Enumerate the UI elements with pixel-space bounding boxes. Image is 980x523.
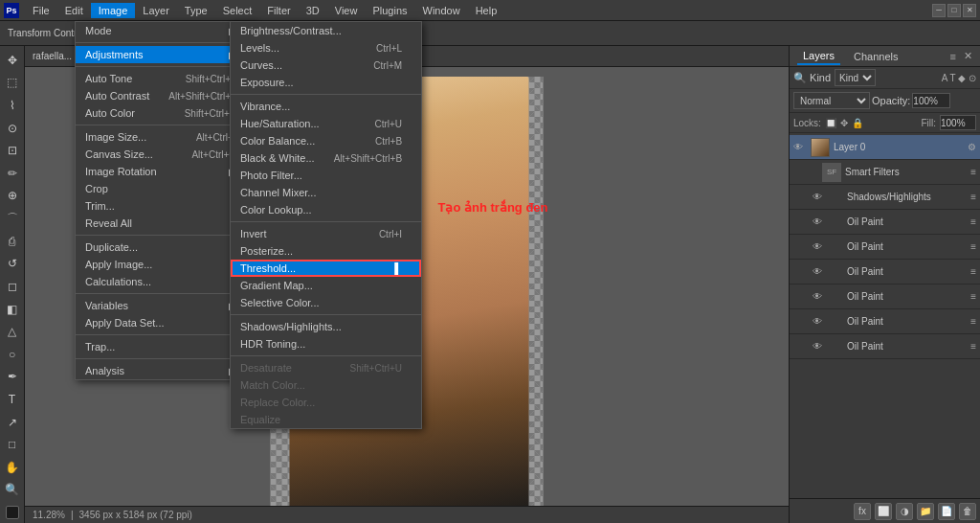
move-tool[interactable]: ✥ bbox=[2, 50, 23, 71]
filter-options[interactable]: ≡ bbox=[970, 291, 976, 302]
layer-visibility-icon[interactable]: 👁 bbox=[813, 241, 826, 252]
menu-item-adjustments[interactable]: Adjustments ▶ bbox=[76, 46, 256, 63]
adjustment-layer-button[interactable]: ◑ bbox=[896, 503, 913, 520]
layer-item[interactable]: 👁 Oil Paint ≡ bbox=[790, 260, 980, 284]
path-selection-tool[interactable]: ↗ bbox=[2, 412, 23, 433]
tab-channels[interactable]: Channels bbox=[848, 49, 903, 64]
menu-item-mode[interactable]: Mode ▶ bbox=[76, 22, 256, 39]
menu-3d[interactable]: 3D bbox=[299, 3, 327, 18]
lock-all-icon[interactable]: 🔒 bbox=[852, 118, 863, 128]
menu-item-threshold[interactable]: Threshold... ▌ bbox=[231, 260, 421, 277]
quick-selection-tool[interactable]: ⊙ bbox=[2, 118, 23, 139]
layer-effects-button[interactable]: fx bbox=[854, 503, 871, 520]
menu-item-auto-tone[interactable]: Auto Tone Shift+Ctrl+L bbox=[76, 70, 256, 87]
delete-layer-button[interactable]: 🗑 bbox=[959, 503, 976, 520]
menu-item-vibrance[interactable]: Vibrance... bbox=[231, 98, 421, 115]
opacity-input[interactable] bbox=[912, 93, 950, 108]
text-tool[interactable]: T bbox=[2, 389, 23, 410]
menu-item-trim[interactable]: Trim... bbox=[76, 197, 256, 215]
close-button[interactable]: ✕ bbox=[963, 4, 976, 17]
dodge-tool[interactable]: ○ bbox=[2, 344, 23, 365]
healing-brush-tool[interactable]: ⊕ bbox=[2, 186, 23, 207]
menu-item-invert[interactable]: Invert Ctrl+I bbox=[231, 225, 421, 242]
layer-item[interactable]: 👁 Oil Paint ≡ bbox=[790, 284, 980, 309]
kind-select[interactable]: Kind bbox=[835, 69, 876, 86]
panel-options[interactable]: ≡ bbox=[950, 51, 956, 62]
menu-view[interactable]: View bbox=[327, 3, 366, 18]
layer-visibility-icon[interactable]: 👁 bbox=[813, 192, 826, 202]
tab-layers[interactable]: Layers bbox=[797, 48, 840, 65]
layer-visibility-icon[interactable]: 👁 bbox=[813, 341, 826, 352]
menu-item-auto-color[interactable]: Auto Color Shift+Ctrl+B bbox=[76, 104, 256, 122]
lasso-tool[interactable]: ⌇ bbox=[2, 95, 23, 116]
menu-item-crop[interactable]: Crop bbox=[76, 180, 256, 197]
layer-mask-button[interactable]: ⬜ bbox=[875, 503, 892, 520]
menu-item-apply-image[interactable]: Apply Image... bbox=[76, 256, 256, 273]
blend-mode-select[interactable]: Normal bbox=[793, 92, 870, 109]
fill-input[interactable] bbox=[940, 115, 976, 130]
menu-item-image-rotation[interactable]: Image Rotation ▶ bbox=[76, 163, 256, 180]
menu-edit[interactable]: Edit bbox=[57, 3, 91, 18]
layer-item[interactable]: 👁 Oil Paint ≡ bbox=[790, 309, 980, 334]
menu-item-curves[interactable]: Curves... Ctrl+M bbox=[231, 57, 421, 74]
menu-item-selective-color[interactable]: Selective Color... bbox=[231, 294, 421, 311]
filter-options[interactable]: ≡ bbox=[970, 216, 976, 227]
pen-tool[interactable]: ✒ bbox=[2, 367, 23, 388]
menu-item-color-lookup[interactable]: Color Lookup... bbox=[231, 201, 421, 218]
layer-visibility-icon[interactable]: 👁 bbox=[813, 266, 826, 277]
crop-tool[interactable]: ⊡ bbox=[2, 140, 23, 161]
layer-item[interactable]: 👁 Oil Paint ≡ bbox=[790, 235, 980, 260]
menu-item-image-size[interactable]: Image Size... Alt+Ctrl+I bbox=[76, 128, 256, 146]
menu-file[interactable]: File bbox=[25, 3, 57, 18]
menu-select[interactable]: Select bbox=[215, 3, 260, 18]
eyedropper-tool[interactable]: ✏ bbox=[2, 163, 23, 184]
filter-options[interactable]: ≡ bbox=[970, 167, 976, 177]
menu-item-channel-mixer[interactable]: Channel Mixer... bbox=[231, 184, 421, 201]
layer-item[interactable]: 👁 Shadows/Highlights ≡ bbox=[790, 185, 980, 210]
filter-options[interactable]: ≡ bbox=[970, 192, 976, 202]
layer-visibility-icon[interactable]: 👁 bbox=[813, 316, 826, 327]
minimize-button[interactable]: ─ bbox=[932, 4, 946, 17]
layer-item[interactable]: 👁 Layer 0 ⚙ bbox=[790, 135, 980, 160]
menu-item-reveal-all[interactable]: Reveal All bbox=[76, 215, 256, 232]
menu-item-color-balance[interactable]: Color Balance... Ctrl+B bbox=[231, 132, 421, 149]
filter-options[interactable]: ≡ bbox=[970, 266, 976, 277]
menu-item-hdr-toning[interactable]: HDR Toning... bbox=[231, 335, 421, 352]
hand-tool[interactable]: ✋ bbox=[2, 457, 23, 478]
layer-visibility-icon[interactable]: 👁 bbox=[793, 142, 807, 152]
zoom-tool[interactable]: 🔍 bbox=[2, 480, 23, 501]
menu-layer[interactable]: Layer bbox=[135, 3, 177, 18]
gradient-tool[interactable]: ◧ bbox=[2, 299, 23, 320]
selection-tool[interactable]: ⬚ bbox=[2, 73, 23, 94]
filter-options[interactable]: ≡ bbox=[970, 341, 976, 352]
menu-window[interactable]: Window bbox=[415, 3, 468, 18]
eraser-tool[interactable]: ◻ bbox=[2, 276, 23, 297]
layer-item[interactable]: SF Smart Filters ≡ bbox=[790, 160, 980, 185]
layer-options-icon[interactable]: ⚙ bbox=[968, 142, 976, 152]
menu-item-photo-filter[interactable]: Photo Filter... bbox=[231, 167, 421, 184]
menu-plugins[interactable]: Plugins bbox=[365, 3, 414, 18]
maximize-button[interactable]: □ bbox=[947, 4, 961, 17]
layer-item[interactable]: 👁 Oil Paint ≡ bbox=[790, 210, 980, 235]
menu-item-calculations[interactable]: Calculations... bbox=[76, 273, 256, 290]
menu-item-duplicate[interactable]: Duplicate... bbox=[76, 239, 256, 256]
lock-position-icon[interactable]: ✥ bbox=[840, 118, 848, 128]
filter-options[interactable]: ≡ bbox=[970, 241, 976, 252]
menu-filter[interactable]: Filter bbox=[259, 3, 298, 18]
menu-item-exposure[interactable]: Exposure... bbox=[231, 74, 421, 91]
menu-item-variables[interactable]: Variables ▶ bbox=[76, 297, 256, 314]
menu-item-canvas-size[interactable]: Canvas Size... Alt+Ctrl+C bbox=[76, 146, 256, 163]
layer-item[interactable]: 👁 Oil Paint ≡ bbox=[790, 334, 980, 359]
shape-tool[interactable]: □ bbox=[2, 434, 23, 455]
menu-item-shadows-highlights[interactable]: Shadows/Highlights... bbox=[231, 318, 421, 335]
layer-visibility-icon[interactable]: 👁 bbox=[813, 216, 826, 227]
history-brush-tool[interactable]: ↺ bbox=[2, 253, 23, 274]
layer-visibility-icon[interactable]: 👁 bbox=[813, 291, 826, 302]
foreground-color[interactable] bbox=[6, 506, 19, 519]
lock-pixels-icon[interactable]: 🔲 bbox=[825, 118, 836, 128]
blur-tool[interactable]: △ bbox=[2, 321, 23, 342]
menu-type[interactable]: Type bbox=[177, 3, 215, 18]
menu-item-levels[interactable]: Levels... Ctrl+L bbox=[231, 39, 421, 57]
brush-tool[interactable]: ⌒ bbox=[2, 208, 23, 229]
menu-item-auto-contrast[interactable]: Auto Contrast Alt+Shift+Ctrl+L bbox=[76, 87, 256, 104]
